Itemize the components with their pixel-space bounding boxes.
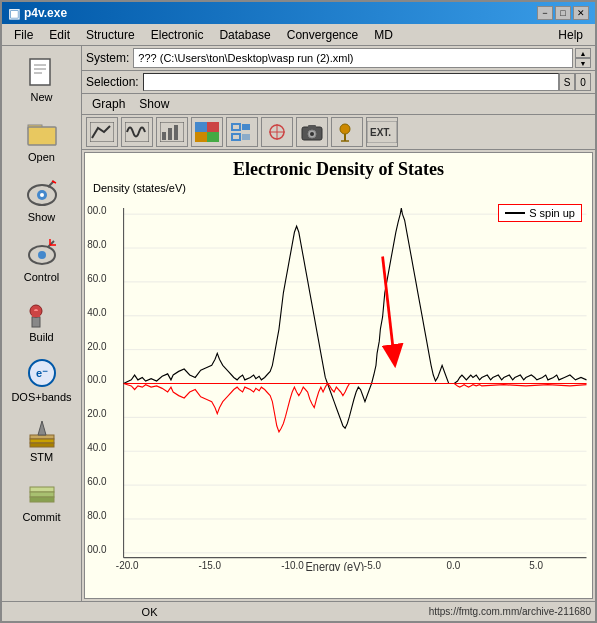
sidebar-label-dos: DOS+bands bbox=[11, 391, 71, 403]
system-down-arrow[interactable]: ▼ bbox=[575, 58, 591, 68]
svg-text:-10.0: -10.0 bbox=[281, 559, 304, 570]
sidebar: New Open bbox=[2, 46, 82, 601]
svg-text:20.0: 20.0 bbox=[87, 408, 106, 419]
stm-icon bbox=[24, 415, 60, 451]
chart-legend: S spin up bbox=[498, 204, 582, 222]
tool-camera[interactable] bbox=[296, 117, 328, 147]
svg-rect-27 bbox=[30, 492, 54, 497]
selection-num-button[interactable]: 0 bbox=[575, 73, 591, 91]
svg-rect-28 bbox=[30, 497, 54, 502]
svg-rect-31 bbox=[162, 132, 166, 140]
show-icon bbox=[24, 175, 60, 211]
menu-help[interactable]: Help bbox=[550, 26, 591, 44]
svg-rect-23 bbox=[30, 439, 54, 443]
title-bar: ▣ p4v.exe − □ ✕ bbox=[2, 2, 595, 24]
chart-title: Electronic Density of States bbox=[85, 153, 592, 182]
sidebar-item-control[interactable]: Control bbox=[7, 230, 77, 288]
svg-rect-39 bbox=[232, 124, 240, 130]
svg-text:-15.0: -15.0 bbox=[199, 559, 222, 570]
svg-rect-26 bbox=[30, 487, 54, 492]
svg-rect-35 bbox=[195, 122, 207, 132]
tool-line-graph[interactable] bbox=[86, 117, 118, 147]
menu-electronic[interactable]: Electronic bbox=[143, 26, 212, 44]
menu-edit[interactable]: Edit bbox=[41, 26, 78, 44]
system-arrows: ▲ ▼ bbox=[575, 48, 591, 68]
chart-container: Electronic Density of States Density (st… bbox=[84, 152, 593, 599]
sidebar-item-new[interactable]: New bbox=[7, 50, 77, 108]
svg-rect-49 bbox=[308, 125, 316, 129]
toolbar-show[interactable]: Show bbox=[133, 96, 175, 112]
status-bar: OK https://fmtg.com.mm/archive-211680 bbox=[2, 601, 595, 621]
selection-s-button[interactable]: S bbox=[559, 73, 575, 91]
sidebar-item-commit[interactable]: Commit bbox=[7, 470, 77, 528]
menu-file[interactable]: File bbox=[6, 26, 41, 44]
svg-marker-25 bbox=[38, 421, 46, 435]
svg-rect-33 bbox=[174, 125, 178, 140]
selection-input[interactable] bbox=[143, 73, 559, 91]
sidebar-item-build[interactable]: Build bbox=[7, 290, 77, 348]
minimize-button[interactable]: − bbox=[537, 6, 553, 20]
svg-rect-19 bbox=[32, 311, 40, 317]
legend-line-s bbox=[505, 212, 525, 214]
toolbar-graph[interactable]: Graph bbox=[86, 96, 131, 112]
sidebar-label-control: Control bbox=[24, 271, 59, 283]
tool-pin[interactable] bbox=[331, 117, 363, 147]
main-panel: System: ▲ ▼ Selection: S 0 Graph Show bbox=[82, 46, 595, 601]
menu-database[interactable]: Database bbox=[211, 26, 278, 44]
new-icon bbox=[24, 55, 60, 91]
window-title: p4v.exe bbox=[24, 6, 67, 20]
svg-point-48 bbox=[310, 132, 314, 136]
svg-rect-24 bbox=[30, 443, 54, 447]
svg-point-8 bbox=[40, 193, 44, 197]
svg-rect-37 bbox=[195, 132, 207, 142]
menu-convergence[interactable]: Convergence bbox=[279, 26, 366, 44]
system-up-arrow[interactable]: ▲ bbox=[575, 48, 591, 58]
tool-wave-graph[interactable] bbox=[121, 117, 153, 147]
svg-text:40.0: 40.0 bbox=[87, 306, 106, 317]
sidebar-item-dos[interactable]: e⁻ DOS+bands bbox=[7, 350, 77, 408]
svg-text:00.0: 00.0 bbox=[87, 205, 106, 216]
sidebar-item-show[interactable]: Show bbox=[7, 170, 77, 228]
tool-color-select[interactable] bbox=[191, 117, 223, 147]
chart-area: S spin up 00.0 80.0 60.0 40.0 20.0 00.0 … bbox=[85, 196, 592, 571]
svg-text:-20.0: -20.0 bbox=[116, 559, 139, 570]
tool-buttons: EXT. bbox=[82, 115, 595, 150]
svg-rect-5 bbox=[28, 127, 56, 145]
selection-bar: Selection: S 0 bbox=[82, 71, 595, 94]
svg-rect-0 bbox=[30, 59, 50, 85]
svg-line-13 bbox=[48, 241, 54, 247]
tool-grid[interactable] bbox=[226, 117, 258, 147]
svg-text:80.0: 80.0 bbox=[87, 510, 106, 521]
content-area: New Open bbox=[2, 46, 595, 601]
sidebar-label-stm: STM bbox=[30, 451, 53, 463]
title-bar-controls: − □ ✕ bbox=[537, 6, 589, 20]
system-label: System: bbox=[86, 51, 129, 65]
main-window: ▣ p4v.exe − □ ✕ File Edit Structure Elec… bbox=[0, 0, 597, 623]
menu-md[interactable]: MD bbox=[366, 26, 401, 44]
svg-text:80.0: 80.0 bbox=[87, 239, 106, 250]
svg-text:EXT.: EXT. bbox=[370, 127, 391, 138]
tool-bar-graph[interactable] bbox=[156, 117, 188, 147]
chart-y-label: Density (states/eV) bbox=[85, 182, 592, 194]
status-url: https://fmtg.com.mm/archive-211680 bbox=[429, 606, 591, 617]
system-input[interactable] bbox=[133, 48, 573, 68]
svg-point-12 bbox=[38, 251, 46, 259]
open-icon bbox=[24, 115, 60, 151]
menu-structure[interactable]: Structure bbox=[78, 26, 143, 44]
svg-rect-40 bbox=[242, 124, 250, 130]
svg-rect-42 bbox=[242, 134, 250, 140]
svg-text:40.0: 40.0 bbox=[87, 442, 106, 453]
tool-ext[interactable]: EXT. bbox=[366, 117, 398, 147]
svg-rect-16 bbox=[32, 317, 40, 327]
maximize-button[interactable]: □ bbox=[555, 6, 571, 20]
chart-svg: 00.0 80.0 60.0 40.0 20.0 00.0 20.0 40.0 … bbox=[85, 196, 592, 571]
svg-rect-32 bbox=[168, 128, 172, 140]
svg-text:0.0: 0.0 bbox=[447, 559, 461, 570]
close-button[interactable]: ✕ bbox=[573, 6, 589, 20]
sidebar-item-stm[interactable]: STM bbox=[7, 410, 77, 468]
legend-label: S spin up bbox=[529, 207, 575, 219]
tool-crosshair[interactable] bbox=[261, 117, 293, 147]
sidebar-item-open[interactable]: Open bbox=[7, 110, 77, 168]
svg-text:-5.0: -5.0 bbox=[364, 559, 381, 570]
svg-text:Energy (eV): Energy (eV) bbox=[305, 561, 364, 571]
